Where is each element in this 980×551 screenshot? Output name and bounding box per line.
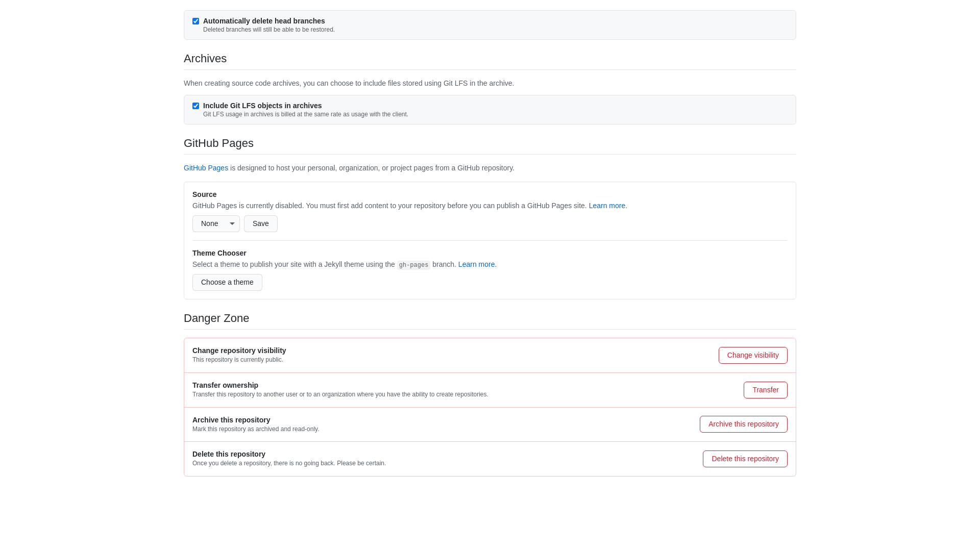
transfer-button[interactable]: Transfer xyxy=(744,382,788,398)
transfer-ownership-title: Transfer ownership xyxy=(192,381,736,389)
auto-delete-checkbox-row: Automatically delete head branches Delet… xyxy=(184,10,796,40)
theme-chooser-title: Theme Chooser xyxy=(192,249,788,257)
auto-delete-checkbox[interactable] xyxy=(192,18,199,24)
danger-zone-title: Danger Zone xyxy=(184,312,796,330)
github-pages-section: GitHub Pages GitHub Pages is designed to… xyxy=(184,137,796,299)
choose-theme-button[interactable]: Choose a theme xyxy=(192,274,262,291)
archive-repo-button[interactable]: Archive this repository xyxy=(700,416,788,433)
source-title: Source xyxy=(192,190,788,198)
github-pages-link[interactable]: GitHub Pages xyxy=(184,164,228,172)
archives-title: Archives xyxy=(184,52,796,70)
settings-page: Automatically delete head branches Delet… xyxy=(184,0,796,499)
auto-delete-content: Automatically delete head branches Delet… xyxy=(203,17,335,33)
source-controls: None main gh-pages Save xyxy=(192,215,788,232)
theme-description-suffix: branch. xyxy=(430,260,458,268)
delete-repo-content: Delete this repository Once you delete a… xyxy=(192,450,695,468)
source-description: GitHub Pages is currently disabled. You … xyxy=(192,201,788,211)
delete-repo-title: Delete this repository xyxy=(192,450,695,458)
save-button[interactable]: Save xyxy=(244,215,278,232)
github-pages-title: GitHub Pages xyxy=(184,137,796,155)
transfer-ownership-content: Transfer ownership Transfer this reposit… xyxy=(192,381,736,399)
auto-delete-section: Automatically delete head branches Delet… xyxy=(184,10,796,40)
source-learn-more-link[interactable]: Learn more xyxy=(589,202,626,210)
change-visibility-description: This repository is currently public. xyxy=(192,356,710,364)
auto-delete-label: Automatically delete head branches xyxy=(203,17,335,25)
transfer-ownership-description: Transfer this repository to another user… xyxy=(192,390,736,399)
github-pages-description: GitHub Pages is designed to host your pe… xyxy=(184,163,796,173)
archive-repo-description: Mark this repository as archived and rea… xyxy=(192,425,692,434)
source-section: Source GitHub Pages is currently disable… xyxy=(192,190,788,232)
change-visibility-row: Change repository visibility This reposi… xyxy=(184,338,796,373)
change-visibility-title: Change repository visibility xyxy=(192,346,710,355)
danger-zone-section: Danger Zone Change repository visibility… xyxy=(184,312,796,477)
archive-repo-content: Archive this repository Mark this reposi… xyxy=(192,416,692,434)
auto-delete-description: Deleted branches will still be able to b… xyxy=(203,26,335,33)
lfs-description: Git LFS usage in archives is billed at t… xyxy=(203,111,408,118)
delete-repo-row: Delete this repository Once you delete a… xyxy=(184,442,796,476)
theme-chooser-description: Select a theme to publish your site with… xyxy=(192,259,788,270)
gh-pages-branch-code: gh-pages xyxy=(397,261,431,270)
archives-description: When creating source code archives, you … xyxy=(184,78,796,89)
theme-learn-more-link[interactable]: Learn more xyxy=(458,260,495,268)
lfs-checkbox-row: Include Git LFS objects in archives Git … xyxy=(184,95,796,124)
delete-repo-button[interactable]: Delete this repository xyxy=(703,450,788,467)
lfs-checkbox[interactable] xyxy=(192,103,199,109)
archive-repo-row: Archive this repository Mark this reposi… xyxy=(184,408,796,442)
source-dropdown[interactable]: None main gh-pages xyxy=(192,215,240,232)
change-visibility-content: Change repository visibility This reposi… xyxy=(192,346,710,364)
lfs-label: Include Git LFS objects in archives xyxy=(203,102,408,110)
theme-description-prefix: Select a theme to publish your site with… xyxy=(192,260,397,268)
transfer-ownership-row: Transfer ownership Transfer this reposit… xyxy=(184,373,796,408)
lfs-content: Include Git LFS objects in archives Git … xyxy=(203,102,408,118)
archives-section: Archives When creating source code archi… xyxy=(184,52,796,124)
github-pages-box: Source GitHub Pages is currently disable… xyxy=(184,182,796,299)
archive-repo-title: Archive this repository xyxy=(192,416,692,424)
pages-description-suffix: is designed to host your personal, organ… xyxy=(228,164,514,172)
theme-chooser-section: Theme Chooser Select a theme to publish … xyxy=(192,240,788,291)
delete-repo-description: Once you delete a repository, there is n… xyxy=(192,459,695,468)
danger-zone-box: Change repository visibility This reposi… xyxy=(184,338,796,477)
change-visibility-button[interactable]: Change visibility xyxy=(719,347,788,364)
source-description-text: GitHub Pages is currently disabled. You … xyxy=(192,202,589,210)
